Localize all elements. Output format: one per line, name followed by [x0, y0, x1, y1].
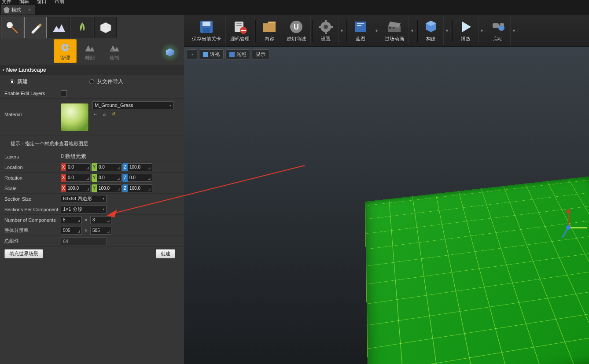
- toolbar-launch[interactable]: 启动: [486, 16, 511, 45]
- left-panel: 管理 雕刻 绘制 New Landscape 新建 从文件导入 Enable E…: [0, 15, 184, 364]
- section-header-newlandscape[interactable]: New Landscape: [0, 65, 184, 75]
- marketplace-icon: U: [288, 19, 304, 35]
- axis-x-icon: X: [61, 163, 66, 171]
- blueprints-icon: [353, 19, 368, 35]
- sections-per-component-dropdown[interactable]: 1×1 分段: [61, 206, 107, 213]
- toolbar-blueprints-dropdown[interactable]: ▼: [373, 29, 380, 33]
- new-brush-glow[interactable]: [160, 43, 180, 62]
- rotation-y-input[interactable]: 0.0: [97, 174, 121, 182]
- resolution-x-input[interactable]: 505: [61, 227, 82, 235]
- submode-manage-label: 管理: [60, 55, 70, 61]
- resolution-y-input[interactable]: 505: [90, 227, 111, 235]
- checkbox-enable-edit-layers[interactable]: [61, 90, 67, 96]
- launch-icon: [490, 19, 506, 35]
- cinematics-icon: [387, 19, 402, 35]
- material-reset-icon[interactable]: ↺: [110, 111, 116, 117]
- toolbar-content[interactable]: 内容: [257, 16, 282, 45]
- viewport-perspective-button[interactable]: 透视: [199, 49, 224, 59]
- submode-sculpt[interactable]: 雕刻: [78, 39, 101, 63]
- toolbar-build[interactable]: 构建: [419, 16, 444, 45]
- location-x-input[interactable]: 0.0: [66, 163, 91, 171]
- svg-point-15: [324, 25, 328, 29]
- mode-place[interactable]: [1, 17, 23, 38]
- svg-rect-24: [389, 27, 391, 29]
- viewport-options-dropdown[interactable]: [187, 49, 197, 59]
- radio-new-input[interactable]: [10, 79, 15, 84]
- viewport-show-button[interactable]: 显示: [252, 49, 269, 59]
- svg-point-3: [111, 48, 113, 51]
- label-enable-edit-layers: Enable Edit Layers: [4, 91, 61, 96]
- gizmo-y-axis[interactable]: [568, 227, 587, 228]
- axis-z-icon: Z: [122, 163, 128, 171]
- menu-file[interactable]: 文件: [2, 0, 11, 3]
- toolbar-save[interactable]: 保存当前关卡: [188, 16, 226, 45]
- modes-icon: [4, 7, 10, 13]
- svg-rect-16: [325, 20, 327, 22]
- num-components-x-input[interactable]: 8: [61, 216, 82, 224]
- label-num-components: Number of Components: [4, 217, 61, 223]
- toolbar-play[interactable]: 播放: [453, 16, 479, 45]
- create-button[interactable]: 创建: [156, 249, 175, 258]
- menu-window[interactable]: 窗口: [37, 0, 47, 3]
- rotation-x-input[interactable]: 0.0: [66, 174, 91, 182]
- toolbar-marketplace[interactable]: U 虚幻商城: [282, 16, 311, 45]
- svg-rect-9: [236, 25, 242, 26]
- scale-y-input[interactable]: 100.0: [97, 184, 121, 192]
- fill-world-button[interactable]: 填充世界场景: [4, 249, 43, 258]
- tab-bar: 模式 ×: [0, 4, 589, 15]
- toolbar-build-dropdown[interactable]: ▼: [444, 29, 451, 33]
- layers-value: 0 数组元素: [61, 153, 86, 160]
- toolbar-cinematics[interactable]: 过场动画: [380, 16, 409, 45]
- svg-rect-6: [203, 28, 210, 33]
- viewport[interactable]: 透视 光照 显示: [184, 47, 589, 364]
- toolbar-source-control[interactable]: 源码管理: [226, 16, 254, 45]
- radio-import[interactable]: 从文件导入: [89, 78, 123, 85]
- submode-paint[interactable]: 绘制: [103, 39, 126, 63]
- toolbar-blueprints[interactable]: 蓝图: [348, 16, 373, 45]
- label-material: Material: [4, 101, 61, 117]
- toolbar-play-dropdown[interactable]: ▼: [479, 29, 486, 33]
- svg-rect-11: [241, 30, 246, 31]
- location-z-input[interactable]: 100.0: [128, 163, 152, 171]
- material-hint: 提示：指定一个材质来查看地形图层: [0, 136, 184, 151]
- settings-icon: [318, 19, 334, 35]
- scale-z-input[interactable]: 100.0: [128, 184, 152, 192]
- mode-geometry[interactable]: [94, 17, 117, 38]
- gizmo-z-axis[interactable]: [568, 210, 569, 227]
- material-search-icon[interactable]: ⌕: [101, 111, 107, 117]
- svg-rect-25: [393, 27, 394, 29]
- material-dropdown[interactable]: M_Ground_Grass: [92, 101, 173, 109]
- radio-import-input[interactable]: [89, 79, 94, 84]
- tab-close-icon[interactable]: ×: [28, 7, 31, 12]
- label-location: Location: [4, 165, 61, 170]
- viewport-lit-button[interactable]: 光照: [225, 49, 250, 59]
- toolbar-settings-dropdown[interactable]: ▼: [339, 29, 346, 33]
- submode-manage[interactable]: 管理: [54, 39, 77, 63]
- section-size-dropdown[interactable]: 63x63 四边形: [61, 195, 107, 203]
- tab-modes[interactable]: 模式 ×: [1, 5, 35, 15]
- mode-paint[interactable]: [24, 17, 47, 38]
- location-y-input[interactable]: 0.0: [97, 163, 121, 171]
- label-scale: Scale: [4, 186, 61, 191]
- toolbar-cinematics-dropdown[interactable]: ▼: [409, 29, 416, 33]
- mode-landscape[interactable]: [48, 17, 70, 38]
- perspective-icon: [203, 52, 208, 57]
- play-icon: [458, 19, 474, 35]
- toolbar-settings[interactable]: 设置: [313, 16, 339, 45]
- gizmo-origin[interactable]: [566, 225, 571, 230]
- submode-sculpt-label: 雕刻: [85, 55, 95, 61]
- viewport-toolbar: 透视 光照 显示: [187, 49, 269, 59]
- tab-label: 模式: [11, 7, 21, 13]
- toolbar-launch-dropdown[interactable]: ▼: [511, 29, 518, 33]
- scale-x-input[interactable]: 100.0: [66, 184, 91, 192]
- radio-new[interactable]: 新建: [10, 78, 28, 85]
- menu-edit[interactable]: 编辑: [19, 0, 29, 3]
- material-thumbnail[interactable]: [61, 103, 89, 131]
- menu-bar: 文件 编辑 窗口 帮助: [0, 0, 589, 4]
- rotation-z-input[interactable]: 0.0: [128, 174, 152, 182]
- mode-foliage[interactable]: [71, 17, 93, 38]
- num-components-y-input[interactable]: 8: [90, 216, 111, 224]
- svg-rect-18: [319, 26, 321, 28]
- material-back-icon[interactable]: ←: [92, 111, 99, 117]
- menu-help[interactable]: 帮助: [55, 0, 64, 3]
